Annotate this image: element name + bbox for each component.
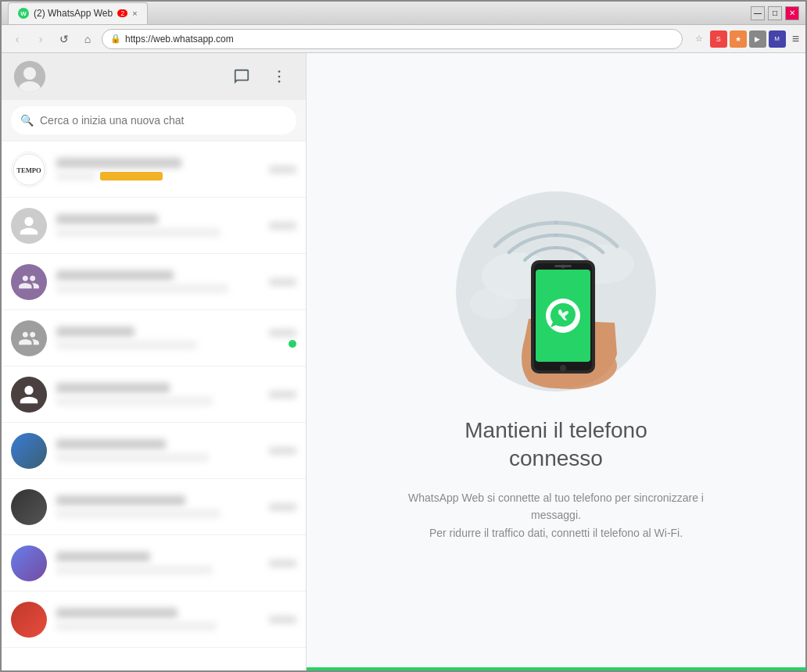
- user-avatar[interactable]: [14, 61, 45, 92]
- ssl-icon: 🔒: [110, 34, 121, 44]
- chat-avatar: [11, 264, 47, 300]
- back-button[interactable]: ‹: [8, 30, 27, 48]
- url-text: https://web.whatsapp.com: [125, 34, 234, 45]
- tab-badge: 2: [117, 9, 127, 17]
- chat-time: [269, 278, 296, 286]
- chat-time: [269, 329, 296, 337]
- chat-name: [56, 270, 174, 281]
- chat-meta: [269, 559, 296, 567]
- chat-time: [269, 222, 296, 230]
- svg-point-4: [278, 76, 281, 78]
- svg-point-20: [560, 365, 566, 371]
- welcome-subtitle: WhatsApp Web si connette al tuo telefono…: [407, 489, 705, 542]
- chat-avatar: [11, 545, 47, 581]
- ext4[interactable]: M: [769, 30, 786, 48]
- browser-extensions: ☆ S ★ ▶ M: [690, 30, 786, 48]
- chat-item[interactable]: [2, 592, 306, 648]
- chat-item[interactable]: [2, 198, 306, 254]
- chat-name: [56, 439, 166, 449]
- chat-info: [56, 158, 260, 181]
- close-button[interactable]: ✕: [785, 6, 799, 20]
- chat-preview: [56, 509, 221, 518]
- chat-info: [56, 214, 260, 237]
- chat-info: [56, 270, 260, 293]
- chat-avatar: [11, 489, 47, 525]
- chat-item[interactable]: TEMPO: [2, 141, 306, 198]
- svg-point-3: [278, 70, 281, 73]
- tab-title: (2) WhatsApp Web: [34, 8, 113, 19]
- chat-preview: [56, 622, 217, 631]
- ext2[interactable]: ★: [730, 30, 747, 48]
- chat-preview: [56, 397, 213, 406]
- welcome-container: Mantieni il telefonoconnesso WhatsApp We…: [376, 151, 736, 573]
- chat-item[interactable]: [2, 254, 306, 310]
- search-input-wrap[interactable]: 🔍: [11, 106, 296, 134]
- maximize-button[interactable]: □: [768, 6, 782, 20]
- chat-item[interactable]: [2, 479, 306, 535]
- chat-item[interactable]: [2, 310, 306, 366]
- chat-meta: [269, 616, 296, 624]
- chat-meta: [269, 278, 296, 286]
- svg-point-12: [470, 288, 517, 319]
- unread-indicator: [289, 340, 296, 348]
- chat-preview: [56, 172, 95, 181]
- refresh-button[interactable]: ↺: [55, 30, 74, 48]
- chat-avatar: TEMPO: [11, 152, 47, 188]
- chat-meta: [269, 329, 296, 348]
- search-icon: 🔍: [20, 114, 34, 127]
- ext3[interactable]: ▶: [749, 30, 766, 48]
- chat-meta: [269, 391, 296, 399]
- chat-name: [56, 158, 181, 168]
- chat-time: [269, 559, 296, 567]
- tab-close-button[interactable]: ×: [132, 9, 137, 18]
- chat-info: [56, 552, 260, 574]
- bookmark-icon[interactable]: ☆: [690, 30, 708, 48]
- chat-preview: [56, 341, 197, 349]
- chat-item[interactable]: [2, 366, 306, 423]
- tab-favicon: W: [18, 8, 29, 19]
- chat-info: [56, 608, 260, 631]
- svg-point-1: [23, 67, 36, 80]
- illustration-svg: [447, 182, 665, 401]
- chat-info: [56, 327, 260, 349]
- welcome-title: Mantieni il telefonoconnesso: [464, 416, 647, 474]
- chat-avatar: [11, 602, 47, 638]
- svg-rect-19: [554, 265, 572, 267]
- browser-menu-button[interactable]: ≡: [792, 32, 799, 46]
- chat-item[interactable]: [2, 423, 306, 479]
- chat-time: [269, 166, 296, 173]
- chat-preview: [56, 228, 221, 237]
- svg-point-5: [278, 80, 281, 83]
- browser-window: W (2) WhatsApp Web 2 × — □ ✕ ‹ › ↺ ⌂ 🔒 h…: [0, 0, 807, 672]
- phone-illustration: [447, 182, 665, 401]
- search-input[interactable]: [40, 114, 287, 127]
- chat-name: [56, 383, 170, 393]
- chat-meta: [269, 166, 296, 173]
- forward-button[interactable]: ›: [31, 30, 50, 48]
- new-chat-icon[interactable]: [228, 63, 256, 91]
- chat-item[interactable]: [2, 535, 306, 592]
- browser-tab[interactable]: W (2) WhatsApp Web 2 ×: [8, 2, 148, 24]
- chat-info: [56, 383, 260, 406]
- chat-header: [2, 53, 306, 100]
- chat-name: [56, 552, 150, 562]
- chat-time: [269, 391, 296, 399]
- chat-preview: [56, 453, 209, 462]
- chat-meta: [269, 447, 296, 455]
- chat-preview: [56, 566, 213, 574]
- chat-avatar: [11, 377, 47, 413]
- chat-info: [56, 439, 260, 462]
- chat-time: [269, 503, 296, 511]
- url-bar[interactable]: 🔒 https://web.whatsapp.com: [102, 29, 683, 49]
- minimize-button[interactable]: —: [751, 6, 765, 20]
- address-bar: ‹ › ↺ ⌂ 🔒 https://web.whatsapp.com ☆ S ★…: [2, 25, 805, 53]
- window-controls: — □ ✕: [751, 6, 799, 20]
- chat-time: [269, 616, 296, 624]
- ext1[interactable]: S: [710, 30, 727, 48]
- home-button[interactable]: ⌂: [78, 30, 97, 48]
- left-panel: 🔍 TEMPO: [2, 53, 307, 670]
- chat-meta: [269, 503, 296, 511]
- menu-icon[interactable]: [265, 63, 293, 91]
- title-bar: W (2) WhatsApp Web 2 × — □ ✕: [2, 2, 805, 25]
- app-content: 🔍 TEMPO: [2, 53, 805, 670]
